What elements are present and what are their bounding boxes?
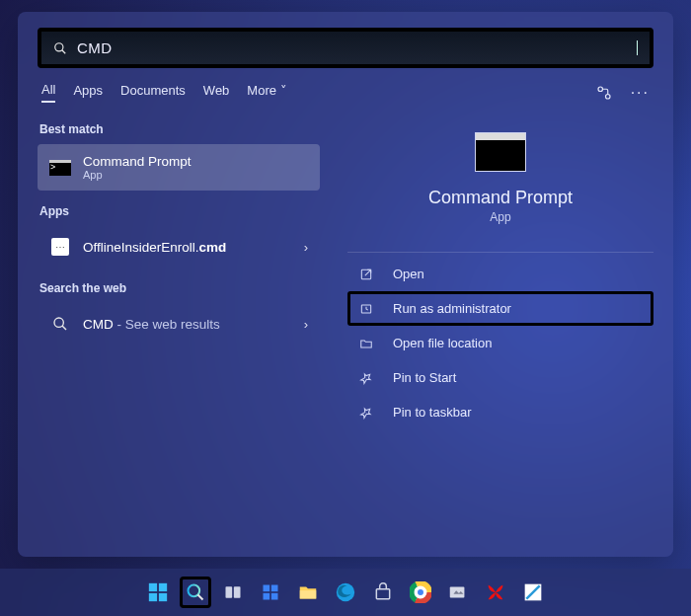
action-pin-taskbar[interactable]: Pin to taskbar [347,395,653,429]
svg-rect-18 [264,593,270,600]
file-explorer-button[interactable] [292,577,324,608]
shield-icon [359,302,375,316]
chevron-down-icon: ˅ [280,83,287,98]
preview-subtitle: App [347,210,653,224]
svg-rect-10 [149,593,157,601]
svg-rect-14 [226,586,233,598]
cmd-file-icon: ⋯ [49,236,71,258]
svg-line-1 [62,49,66,53]
result-title: OfflineInsiderEnroll.cmd [83,240,226,255]
svg-rect-11 [159,593,167,601]
tab-more[interactable]: More ˅ [247,83,286,102]
pin-icon [359,406,375,420]
open-icon [359,268,375,281]
store-button[interactable] [367,577,399,608]
svg-point-0 [55,42,63,50]
section-search-web: Search the web [39,281,320,295]
section-best-match: Best match [39,122,320,136]
svg-point-3 [605,94,610,99]
svg-line-5 [62,326,66,330]
widgets-button[interactable] [255,577,286,608]
action-label: Pin to taskbar [393,405,472,420]
text-caret [637,40,638,55]
search-panel: All Apps Documents Web More ˅ ··· Best m… [18,12,673,557]
preview-pane: Command Prompt App [347,118,653,224]
paint-button[interactable] [517,577,549,608]
svg-point-27 [417,588,423,595]
start-button[interactable] [142,577,174,608]
chevron-right-icon: › [304,317,308,332]
svg-rect-8 [149,583,157,591]
svg-rect-22 [376,589,389,599]
tab-apps[interactable]: Apps [73,83,103,102]
result-title: Command Prompt [83,154,192,169]
svg-rect-19 [271,593,278,600]
task-view-button[interactable] [217,577,249,608]
result-web-search[interactable]: CMD - See web results › [38,303,320,345]
taskbar [0,569,691,616]
pin-icon [359,371,375,385]
chrome-button[interactable] [405,577,436,608]
search-icon [53,41,67,55]
action-pin-start[interactable]: Pin to Start [347,360,653,395]
snipping-tool-button[interactable] [442,577,474,608]
section-apps: Apps [39,204,320,218]
svg-rect-9 [159,583,167,591]
tab-all[interactable]: All [41,82,55,103]
svg-rect-15 [234,586,241,598]
search-input[interactable] [77,39,639,56]
action-open-location[interactable]: Open file location [347,326,653,360]
action-label: Open [393,267,424,281]
search-button[interactable] [180,577,211,608]
chevron-right-icon: › [304,240,308,255]
more-options-icon[interactable]: ··· [631,84,650,102]
edge-button[interactable] [330,577,361,608]
filter-tabs: All Apps Documents Web More ˅ ··· [38,82,653,103]
actions-list: Open Run as administrator Open file loca… [347,252,653,429]
search-box[interactable] [38,28,653,68]
search-icon [49,313,71,335]
result-offline-insider[interactable]: ⋯ OfflineInsiderEnroll.cmd › [38,226,320,268]
action-open[interactable]: Open [347,257,653,291]
action-label: Pin to Start [393,370,456,385]
action-run-admin[interactable]: Run as administrator [347,291,653,326]
action-label: Run as administrator [393,301,511,316]
svg-point-12 [189,585,200,597]
app-tile-icon [475,132,526,172]
svg-point-4 [54,318,63,327]
result-title: CMD - See web results [83,317,220,332]
command-prompt-icon [49,157,71,179]
share-icon[interactable] [595,84,613,102]
folder-icon [359,337,375,350]
svg-line-13 [198,595,203,600]
svg-rect-16 [264,585,270,592]
tab-documents[interactable]: Documents [120,83,186,102]
svg-point-2 [598,87,603,92]
action-label: Open file location [393,336,492,350]
preview-title: Command Prompt [347,188,653,208]
result-command-prompt[interactable]: Command Prompt App [38,144,320,191]
result-subtitle: App [83,169,192,181]
svg-rect-17 [271,585,278,592]
huawei-button[interactable] [480,577,511,608]
tab-web[interactable]: Web [203,83,230,102]
svg-rect-20 [300,590,317,598]
